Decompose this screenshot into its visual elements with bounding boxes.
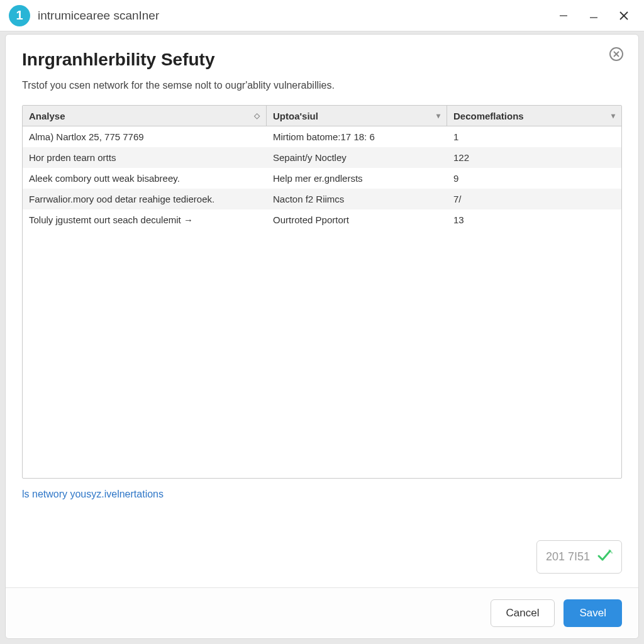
dialog-footer: Cancel Savel	[6, 587, 638, 638]
column-analyse[interactable]: Analyse ◇	[23, 106, 267, 126]
table-row[interactable]: Farrwalior.mory ood detar reahige tedier…	[23, 189, 621, 209]
app-title: intrumicearee scanIner	[38, 9, 159, 23]
table-cell: 7/	[447, 189, 621, 209]
restore-icon	[589, 11, 598, 20]
minimize-icon	[559, 11, 568, 20]
dialog-close-button[interactable]	[608, 46, 626, 64]
table-cell: 122	[447, 147, 621, 168]
restore-button[interactable]	[579, 1, 609, 31]
status-chip: 201 7I51	[536, 540, 622, 574]
table-cell: Sepaint/y Noctley	[267, 147, 447, 168]
circle-x-icon	[608, 46, 625, 62]
table-cell: Farrwalior.mory ood detar reahige tedier…	[23, 189, 267, 209]
table-row[interactable]: Hor prden tearn orttsSepaint/y Noctley12…	[23, 147, 621, 168]
table-header: Analyse ◇ Uptoa'siul ▾ Decomeflations ▾	[23, 106, 621, 126]
table-cell: 13	[447, 209, 621, 230]
column-decomeflations[interactable]: Decomeflations ▾	[447, 106, 621, 126]
titlebar: 1 intrumicearee scanIner	[0, 0, 644, 31]
help-link-row: ls networy yousyz.ivelnertations	[22, 489, 622, 500]
dialog: Inrgranhlerbility Sefuty Trstof you csen…	[5, 34, 639, 639]
column-label: Uptoa'siul	[273, 111, 318, 121]
table-cell: Hor prden tearn ortts	[23, 147, 267, 168]
table-cell: Alma) Nartlox 25, 775 7769	[23, 126, 267, 147]
column-label: Decomeflations	[453, 111, 524, 121]
table-row[interactable]: Alma) Nartlox 25, 775 7769Mirtiom batome…	[23, 126, 621, 147]
status-value: 201 7I51	[546, 550, 590, 564]
column-uptoasiul[interactable]: Uptoa'siul ▾	[267, 106, 447, 126]
results-table: Analyse ◇ Uptoa'siul ▾ Decomeflations ▾ …	[22, 105, 622, 479]
table-cell: Ourtroted Pportort	[267, 209, 447, 230]
table-body: Alma) Nartlox 25, 775 7769Mirtiom batome…	[23, 126, 621, 230]
save-button[interactable]: Savel	[564, 599, 622, 627]
app-icon: 1	[9, 5, 30, 26]
table-cell: 9	[447, 168, 621, 189]
table-row[interactable]: Aleek combory outt weak bisabreey.Help m…	[23, 168, 621, 189]
sort-icon: ◇	[254, 111, 260, 120]
table-cell: Toluly jgustemt ourt seach deculemit →	[23, 209, 267, 230]
table-cell: Aleek combory outt weak bisabreey.	[23, 168, 267, 189]
help-link[interactable]: ls networy yousyz.ivelnertations	[22, 489, 164, 499]
table-cell: Mirtiom batome:17 18: 6	[267, 126, 447, 147]
close-icon	[619, 11, 629, 21]
check-icon	[596, 547, 613, 567]
minimize-button[interactable]	[548, 1, 579, 31]
column-label: Analyse	[29, 111, 65, 121]
table-cell: Help mer er.gndlersts	[267, 168, 447, 189]
chevron-down-icon: ▾	[611, 111, 615, 120]
table-cell: 1	[447, 126, 621, 147]
chevron-down-icon: ▾	[436, 111, 440, 120]
close-window-button[interactable]	[609, 1, 639, 31]
dialog-title: Inrgranhlerbility Sefuty	[22, 50, 622, 70]
table-row[interactable]: Toluly jgustemt ourt seach deculemit →Ou…	[23, 209, 621, 230]
table-cell: Nacton f2 Riimcs	[267, 189, 447, 209]
dialog-description: Trstof you csen network for the semse no…	[22, 80, 622, 91]
cancel-button[interactable]: Cancel	[491, 599, 555, 627]
